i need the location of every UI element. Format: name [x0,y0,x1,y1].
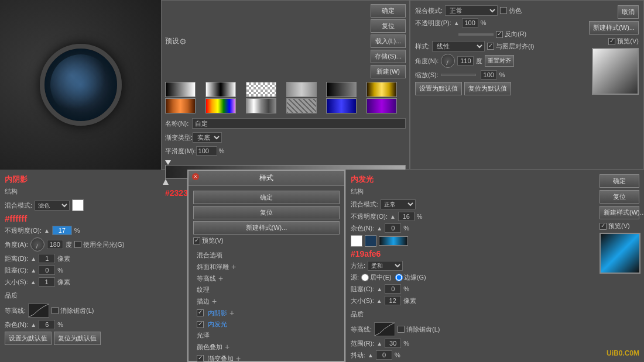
preset-wbw[interactable] [205,82,236,97]
inner-shadow-check[interactable] [197,309,204,316]
ig-antialias-checkbox[interactable] [398,326,405,333]
noise-slider[interactable] [458,33,494,36]
is-opacity-input[interactable] [52,226,72,235]
preset-gold[interactable] [366,82,397,97]
preset-dark-gray[interactable] [326,82,357,97]
reverse-checkbox[interactable] [496,31,503,38]
save-button[interactable]: 存储(S)... [371,50,406,63]
is-choke-arrow[interactable]: ▲ [30,267,36,274]
ig-opacity-input[interactable] [398,212,415,221]
style-item-texture[interactable]: 纹理 [193,284,340,295]
preset-stripe[interactable] [286,98,317,113]
opacity-input[interactable] [462,18,478,27]
ig-size-arrow[interactable]: ▲ [376,298,382,304]
is-global-light-checkbox[interactable] [74,241,81,248]
reset-default-button[interactable]: 复位为默认值 [464,82,511,95]
ig-blend-select[interactable]: 正常 [381,199,416,209]
ig-reset-button[interactable]: 复位 [600,190,639,204]
scale-slider[interactable] [441,74,476,76]
ig-noise-arrow[interactable]: ▲ [376,225,382,232]
ig-size-input[interactable] [385,296,401,305]
is-angle-input[interactable] [47,240,63,249]
is-noise-arrow[interactable]: ▲ [30,322,36,328]
opacity-slider-arrow[interactable]: ▲ [454,20,460,26]
dialog-reset[interactable]: 复位 [193,206,340,219]
preset-checker[interactable] [246,82,276,97]
gradient-overlay-plus[interactable]: + [236,354,241,362]
ig-jitter-input[interactable] [376,350,392,360]
preset-gray[interactable] [286,82,317,97]
preset-bw[interactable] [165,82,196,97]
is-opacity-arrow[interactable]: ▲ [44,227,50,234]
align-checkbox[interactable] [487,43,494,50]
gradient-overlay-check[interactable] [197,355,204,362]
dialog-preview-checkbox[interactable] [193,237,200,244]
contour-plus[interactable]: + [218,274,223,283]
ig-center-option[interactable]: 居中(E) [361,273,392,282]
angle-input[interactable] [457,56,474,65]
style-item-gradient-overlay[interactable]: 渐变叠加 + [193,353,340,362]
is-distance-input[interactable] [39,254,55,263]
ig-method-select[interactable]: 柔和 [368,261,403,271]
ig-noise-input[interactable] [385,223,401,233]
ig-choke-arrow[interactable]: ▲ [376,286,382,292]
style-item-inner-glow[interactable]: 内发光 [193,319,340,330]
is-angle-dial[interactable] [30,237,44,251]
angle-dial[interactable] [441,54,455,68]
close-btn-icon[interactable]: × [192,173,199,180]
load-button[interactable]: 载入(L)... [371,35,406,48]
blend-mode-select[interactable]: 正常 [445,5,498,16]
is-size-input[interactable] [39,277,55,287]
is-color-swatch[interactable] [72,199,84,211]
ig-choke-input[interactable] [385,284,401,294]
ig-preview-checkbox[interactable] [600,223,607,230]
is-contour-preview[interactable] [28,304,49,318]
preset-chrome[interactable] [246,98,276,113]
ig-new-style-button[interactable]: 新建样式(W)... [600,206,639,219]
ig-ok-button[interactable]: 确定 [600,174,639,188]
style-item-blend[interactable]: 混合选项 [193,250,340,261]
style-select[interactable]: 线性 [432,41,485,51]
stop-top-left[interactable] [165,160,171,165]
preset-copper[interactable] [165,98,196,113]
ig-edge-radio[interactable] [395,274,403,281]
is-noise-input[interactable] [39,320,55,329]
style-item-contour[interactable]: 等高线 + [193,273,340,284]
is-size-arrow[interactable]: ▲ [30,279,36,285]
inner-shadow-plus[interactable]: + [229,308,234,318]
style-item-color-overlay[interactable]: 颜色叠加 + [193,341,340,353]
ig-gradient-swatch[interactable] [379,236,408,246]
preset-blue[interactable] [326,98,357,113]
reset-align-button[interactable]: 重置对齐 [485,55,514,67]
is-choke-input[interactable] [39,266,55,275]
stop-bottom-left[interactable] [163,179,169,185]
ig-range-input[interactable] [385,339,401,348]
ig-opacity-arrow[interactable]: ▲ [390,213,396,220]
dialog-ok[interactable]: 确定 [193,191,340,204]
ig-range-arrow[interactable]: ▲ [376,340,382,347]
is-dist-arrow[interactable]: ▲ [30,256,36,262]
new-style-button[interactable]: 新建样式(W)... [589,21,639,35]
ok-button[interactable]: 确定 [371,4,406,18]
inner-glow-check[interactable] [197,321,204,328]
cancel-button[interactable]: 取消 [618,5,639,19]
dialog-new-style[interactable]: 新建样式(W)... [193,221,340,235]
color-overlay-plus[interactable]: + [225,342,229,351]
smoothness-input[interactable] [196,146,217,156]
ig-white-swatch[interactable] [351,235,362,247]
new-button[interactable]: 新建(W) [371,65,406,78]
gradient-type-select[interactable]: 实底 [193,132,222,143]
bevel-plus[interactable]: + [231,262,236,271]
style-item-bevel[interactable]: 斜面和浮雕 + [193,261,340,273]
ig-contour-preview[interactable] [374,322,395,336]
scale-input[interactable] [481,70,497,80]
is-reset-default[interactable]: 复位为默认值 [54,332,101,345]
style-item-inner-shadow[interactable]: 内阴影 + [193,307,340,319]
style-item-satin[interactable]: 光泽 [193,330,340,341]
name-input[interactable] [192,118,406,129]
stroke-plus[interactable]: + [212,297,217,306]
is-blend-select[interactable]: 滤色 [35,201,70,211]
gear-icon[interactable]: ⚙ [179,37,187,46]
reset-button[interactable]: 复位 [371,19,406,33]
is-set-default[interactable]: 设置为默认值 [5,332,52,345]
